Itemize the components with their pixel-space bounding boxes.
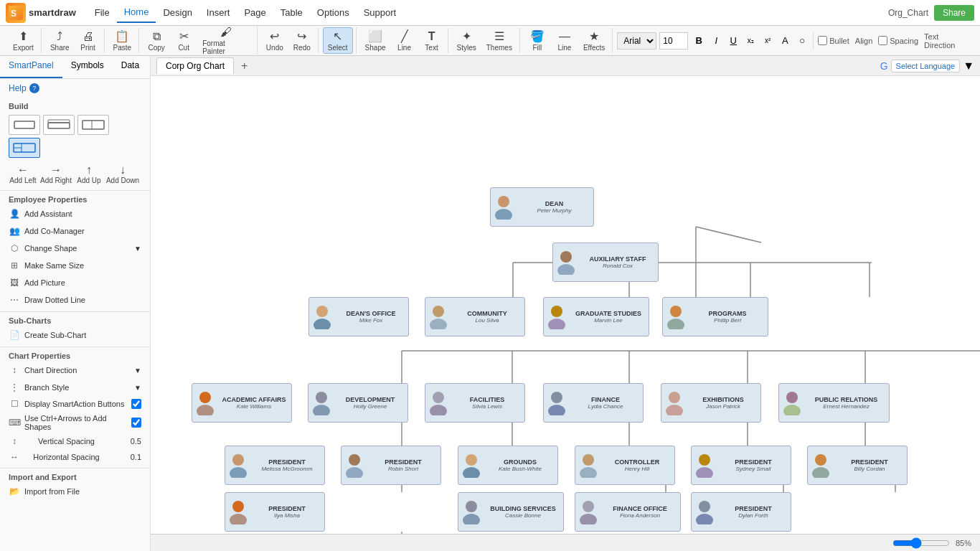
help-link[interactable]: Help ? [0, 79, 150, 98]
org-node-dean[interactable]: DEAN Peter Murphy [490, 187, 594, 227]
zoom-slider[interactable] [892, 537, 950, 549]
add-picture-item[interactable]: 🖼 Add Picture [0, 274, 150, 291]
add-tab-button[interactable]: + [235, 57, 253, 75]
cut-button[interactable]: ✂ Cut [171, 28, 197, 53]
org-node-finance_office[interactable]: FINANCE OFFICE Fiona Anderson [575, 492, 681, 532]
add-left-button[interactable]: ← Add Left [9, 164, 37, 184]
svg-point-78 [696, 514, 713, 524]
canvas-area[interactable]: DEAN Peter Murphy AUXILIARY STAFF Ronald… [151, 76, 980, 534]
change-shape-item[interactable]: ⬡ Change Shape ▼ [0, 240, 150, 257]
print-button[interactable]: 🖨 Print [75, 29, 101, 53]
menu-table[interactable]: Table [273, 3, 310, 22]
styles-label: Styles [457, 44, 476, 52]
org-node-president2[interactable]: PRESIDENT Robin Short [341, 446, 441, 485]
menu-page[interactable]: Page [237, 3, 273, 22]
chart-direction-item[interactable]: ↕ Chart Direction ▼ [0, 362, 150, 379]
chart-properties-label: Chart Properties [0, 347, 150, 362]
export-button[interactable]: ⬆ Export [9, 28, 38, 53]
line-button[interactable]: ╱ Line [392, 28, 418, 53]
menu-home[interactable]: Home [117, 2, 156, 23]
menu-design[interactable]: Design [156, 3, 199, 22]
add-assistant-item[interactable]: 👤 Add Assistant [0, 205, 150, 222]
panel-tab-symbols[interactable]: Symbols [62, 56, 113, 78]
panel-tab-data[interactable]: Data [113, 56, 148, 78]
paste-button[interactable]: 📋 Paste [109, 28, 136, 53]
use-ctrl-arrows-checkbox[interactable] [131, 418, 141, 428]
align-option[interactable]: Align [855, 37, 872, 45]
menu-insert[interactable]: Insert [199, 3, 237, 22]
subscript-button[interactable]: x₂ [743, 33, 758, 49]
org-node-graduate[interactable]: GRADUATE STUDIES Marvin Lee [543, 297, 649, 336]
org-node-president1[interactable]: PRESIDENT Melissa McGroomm [225, 446, 325, 485]
shape-split[interactable] [77, 115, 109, 135]
org-node-public_relations[interactable]: PUBLIC RELATIONS Ernest Hernandez [778, 383, 890, 423]
org-node-academic[interactable]: ACADEMIC AFFAIRS Kate Williams [192, 383, 292, 423]
redo-button[interactable]: ↪ Redo [289, 28, 315, 53]
org-node-deans_office[interactable]: DEAN'S OFFICE Mike Fox [308, 297, 409, 336]
effects-button[interactable]: ★ Effects [579, 28, 609, 53]
color-button[interactable]: A [777, 33, 793, 49]
org-node-community[interactable]: COMMUNITY Lou Silva [425, 297, 525, 336]
draw-dotted-line-item[interactable]: ⋯ Draw Dotted Line [0, 291, 150, 309]
italic-button[interactable]: I [708, 33, 724, 49]
node-title-president3: PRESIDENT [718, 458, 788, 466]
font-size-input[interactable] [659, 32, 688, 50]
shape-single[interactable] [9, 115, 40, 135]
shape-button[interactable]: ⬜ Shape [361, 28, 390, 53]
text-direction-option[interactable]: Text Direction [924, 32, 971, 50]
copy-button[interactable]: ⧉ Copy [143, 29, 169, 53]
highlight-button[interactable]: ○ [794, 33, 810, 49]
fill-button[interactable]: 🪣 Fill [524, 28, 550, 53]
org-node-president6[interactable]: PRESIDENT Dylan Forth [691, 492, 791, 532]
add-co-manager-item[interactable]: 👥 Add Co-Manager [0, 222, 150, 240]
underline-button[interactable]: U [725, 33, 741, 49]
make-same-size-item[interactable]: ⊞ Make Same Size [0, 257, 150, 274]
panel-tab-smartpanel[interactable]: SmartPanel [0, 56, 62, 78]
shape-double[interactable] [43, 115, 75, 135]
vertical-spacing-label: Vertical Spacing [38, 437, 95, 446]
branch-style-item[interactable]: ⋮ Branch Style ▼ [0, 379, 150, 396]
org-node-facilities[interactable]: FACILITIES Silvia Lewis [425, 383, 525, 423]
text-button[interactable]: T Text [419, 29, 445, 53]
org-node-finance[interactable]: FINANCE Lydia Chance [543, 383, 644, 423]
create-sub-chart-item[interactable]: 📄 Create Sub-Chart [0, 326, 150, 344]
add-right-button[interactable]: → Add Right [40, 164, 72, 184]
menu-options[interactable]: Options [310, 3, 357, 22]
share-tb-button[interactable]: ⤴ Share [46, 29, 74, 53]
line2-button[interactable]: — Line [552, 29, 578, 53]
font-name-select[interactable]: Arial [617, 32, 656, 50]
org-node-exhibitions[interactable]: EXHIBITIONS Jason Patrick [661, 383, 761, 423]
add-down-button[interactable]: ↓ Add Down [106, 164, 139, 184]
superscript-button[interactable]: x² [760, 33, 776, 49]
canvas-tab[interactable]: Corp Org Chart [156, 57, 234, 74]
share-button[interactable]: Share [934, 5, 974, 21]
bullet-checkbox[interactable] [818, 36, 827, 45]
bullet-option[interactable]: Bullet [818, 36, 849, 45]
bold-button[interactable]: B [691, 33, 707, 49]
themes-button[interactable]: ☰ Themes [482, 28, 517, 53]
add-up-button[interactable]: ↑ Add Up [75, 164, 103, 184]
org-node-programs[interactable]: PROGRAMS Phillip Bert [662, 297, 768, 336]
menu-support[interactable]: Support [357, 3, 404, 22]
display-smartaction-checkbox[interactable] [131, 399, 141, 409]
org-node-president3[interactable]: PRESIDENT Sydney Small [691, 446, 791, 485]
node-name-graduate: Marvin Lee [570, 317, 646, 324]
undo-button[interactable]: ↩ Undo [262, 28, 288, 53]
select-language-button[interactable]: Select Language [891, 60, 961, 72]
org-node-development[interactable]: DEVELOPMENT Holly Greene [308, 383, 408, 423]
org-node-aux[interactable]: AUXILIARY STAFF Ronald Cox [552, 242, 659, 282]
org-node-president5[interactable]: PRESIDENT Ilya Misha [225, 492, 325, 532]
spacing-checkbox[interactable] [878, 36, 887, 45]
format-painter-button[interactable]: 🖌 Format Painter [198, 24, 254, 57]
org-node-grounds[interactable]: GROUNDS Kate Bush-White [458, 446, 558, 485]
org-node-president4[interactable]: PRESIDENT Billy Cordan [807, 446, 908, 485]
spacing-option[interactable]: Spacing [878, 36, 918, 45]
org-node-building_services[interactable]: BUILDING SERVICES Cassie Bonne [458, 492, 564, 532]
menu-file[interactable]: File [88, 3, 117, 22]
styles-button[interactable]: ✦ Styles [453, 28, 481, 53]
import-from-file-item[interactable]: 📂 Import from File [0, 483, 150, 500]
line2-label: Line [557, 44, 571, 52]
shape-full[interactable] [9, 138, 40, 158]
org-node-controller[interactable]: CONTROLLER Henry Hill [575, 446, 675, 485]
select-button[interactable]: ↖ Select [323, 27, 353, 54]
